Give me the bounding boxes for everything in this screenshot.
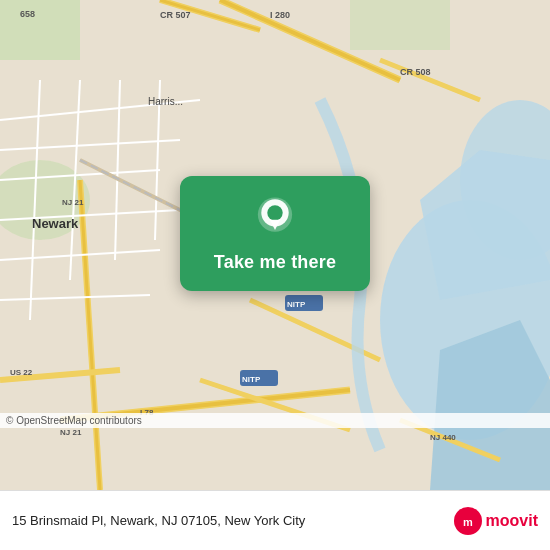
location-card: Take me there: [180, 176, 370, 291]
svg-rect-5: [0, 0, 80, 60]
bottom-bar: 15 Brinsmaid Pl, Newark, NJ 07105, New Y…: [0, 490, 550, 550]
svg-text:NITP: NITP: [287, 300, 306, 309]
moovit-text: moovit: [486, 512, 538, 530]
svg-text:m: m: [463, 516, 473, 528]
svg-text:658: 658: [20, 9, 35, 19]
svg-text:NJ 21: NJ 21: [62, 198, 84, 207]
attribution-bar: © OpenStreetMap contributors: [0, 413, 550, 428]
take-me-there-button[interactable]: Take me there: [214, 252, 336, 273]
svg-text:I 280: I 280: [270, 10, 290, 20]
svg-text:NITP: NITP: [242, 375, 261, 384]
moovit-logo: m moovit: [454, 507, 538, 535]
svg-text:CR 508: CR 508: [400, 67, 431, 77]
map-container: CR 507 I 280 CR 508 658 NJ 21 NJ 21 US 2…: [0, 0, 550, 490]
svg-rect-7: [350, 0, 450, 50]
svg-text:US 22: US 22: [10, 368, 33, 377]
osm-copyright: © OpenStreetMap contributors: [6, 415, 142, 426]
svg-text:Harris...: Harris...: [148, 96, 183, 107]
location-pin-icon: [251, 194, 299, 242]
moovit-logo-icon: m: [454, 507, 482, 535]
svg-point-50: [267, 205, 282, 220]
svg-text:NJ 21: NJ 21: [60, 428, 82, 437]
svg-text:CR 507: CR 507: [160, 10, 191, 20]
address-text: 15 Brinsmaid Pl, Newark, NJ 07105, New Y…: [12, 513, 454, 528]
svg-text:NJ 440: NJ 440: [430, 433, 456, 442]
svg-text:Newark: Newark: [32, 216, 79, 231]
